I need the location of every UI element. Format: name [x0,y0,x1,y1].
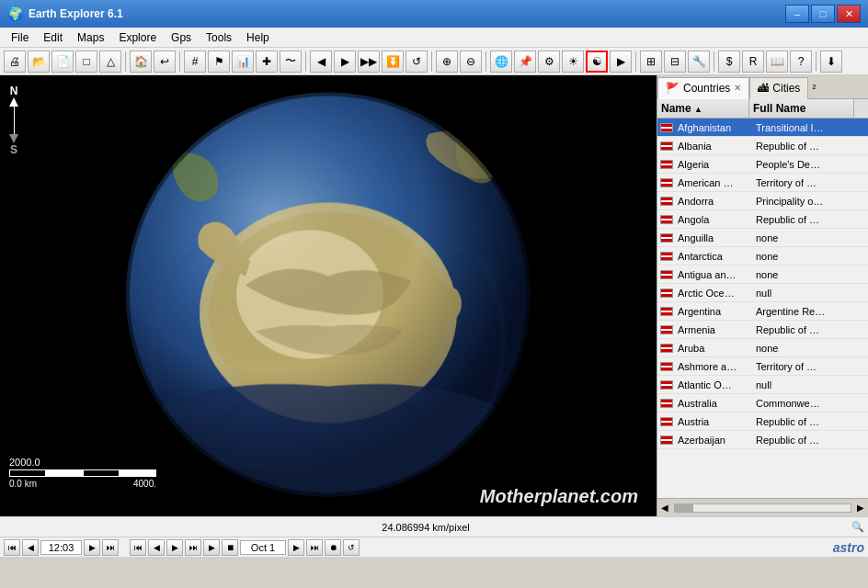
window-controls: – □ ✕ [785,5,861,23]
page-button[interactable]: 📄 [51,51,74,73]
print-button[interactable]: 🖨 [4,51,26,73]
country-name: Aruba [676,341,754,356]
cities-tab-icon: 🏙 [758,82,769,95]
chart-button[interactable]: 📊 [232,51,254,73]
play-button-2[interactable]: ⏮ [130,539,146,556]
menu-explore[interactable]: Explore [111,29,164,46]
record-button[interactable]: ⏺ [325,539,341,556]
help-button[interactable]: ? [790,51,812,73]
sun-button[interactable]: ☀ [562,51,584,73]
nav-play-button[interactable]: ▶ [334,51,356,73]
panel-tabs: 🚩 Countries ✕ 🏙 Cities ² [657,75,868,99]
search-button[interactable]: 🔍 [851,521,864,533]
next-next-button[interactable]: ⏭ [102,539,119,556]
loop-button[interactable]: ↺ [343,539,360,556]
col-fullname-header[interactable]: Full Name [749,99,853,118]
grid-button[interactable]: # [184,51,206,73]
dollar-button[interactable]: $ [718,51,740,73]
menu-tools[interactable]: Tools [199,29,239,46]
table-row[interactable]: Argentina Argentine Re… [657,302,868,321]
country-fullname: People's De… [754,157,868,172]
menu-edit[interactable]: Edit [36,29,70,46]
date-display[interactable]: Oct 1 [240,540,286,555]
play-small-button[interactable]: ▶ [610,51,632,73]
grid2-button[interactable]: ⊞ [640,51,662,73]
r-button[interactable]: R [742,51,764,73]
nav-loop-button[interactable]: ↺ [405,51,428,73]
scroll-track[interactable] [674,503,851,513]
menu-gps[interactable]: Gps [164,29,199,46]
nav-fwd-button[interactable]: ▶▶ [358,51,380,73]
stop-button[interactable]: ⏹ [222,539,238,556]
add-button[interactable]: ✚ [256,51,278,73]
nav-prev-button[interactable]: ◀ [310,51,332,73]
tab-cities[interactable]: 🏙 Cities [749,77,808,99]
table-row[interactable]: American … Territory of … [657,174,868,192]
table-row[interactable]: Anguilla none [657,229,868,247]
countries-tab-close[interactable]: ✕ [734,83,741,93]
table-row[interactable]: Arctic Oce… null [657,284,868,302]
flag-button[interactable]: ⚑ [208,51,230,73]
triangle-button[interactable]: △ [99,51,121,73]
zoom-out-button[interactable]: ⊖ [460,51,482,73]
main-area: N S [0,75,868,516]
menu-maps[interactable]: Maps [70,29,111,46]
tab-countries[interactable]: 🚩 Countries ✕ [657,77,749,99]
menu-help[interactable]: Help [239,29,277,46]
table-row[interactable]: Albania Republic of … [657,137,868,155]
table-row[interactable]: Atlantic O… null [657,376,868,394]
table-row[interactable]: Angola Republic of … [657,210,868,229]
prev-step-button[interactable]: ◀ [148,539,165,556]
next-end-button[interactable]: ⏭ [185,539,201,556]
globe-button[interactable]: 🌐 [490,51,512,73]
table-row[interactable]: Armenia Republic of … [657,321,868,339]
scroll-left-button[interactable]: ◀ [657,503,672,513]
table-row[interactable]: Austria Republic of … [657,413,868,431]
back-button[interactable]: ↩ [154,51,176,73]
maximize-button[interactable]: □ [811,5,835,23]
date-end-button[interactable]: ⏭ [306,539,323,556]
table-row[interactable]: Antarctica none [657,247,868,266]
playback-bar: ⏮ ◀ 12:03 ▶ ⏭ ⏮ ◀ ▶ ⏭ ▶ ⏹ Oct 1 ▶ ⏭ ⏺ ↺ … [0,537,868,557]
table-row[interactable]: Australia Commonwe… [657,394,868,413]
countries-table[interactable]: Name ▲ Full Name Afghanistan Transitiona… [657,99,868,498]
next-step-button[interactable]: ▶ [166,539,183,556]
next-button[interactable]: ▶ [84,539,100,556]
table-row[interactable]: Ashmore a… Territory of … [657,357,868,376]
zoom-in-button[interactable]: ⊕ [436,51,458,73]
menu-file[interactable]: File [4,29,36,46]
book-button[interactable]: 📖 [766,51,788,73]
close-button[interactable]: ✕ [837,5,861,23]
tab-more[interactable]: ² [808,81,819,96]
prev-prev-button[interactable]: ⏮ [4,539,20,556]
table-row[interactable]: Algeria People's De… [657,155,868,174]
col-name-header[interactable]: Name ▲ [657,99,749,118]
square-button[interactable]: □ [75,51,97,73]
download-button[interactable]: ⬇ [820,51,842,73]
country-fullname: Principality o… [754,194,868,209]
calendar-button[interactable]: ▶ [288,539,304,556]
table-row[interactable]: Azerbaijan Republic of … [657,431,868,449]
globe-area[interactable]: N S [0,75,657,516]
wrench-button[interactable]: 🔧 [688,51,710,73]
open-button[interactable]: 📂 [28,51,50,73]
play-pause-button[interactable]: ▶ [203,539,220,556]
prev-button[interactable]: ◀ [22,539,39,556]
gear-button[interactable]: ⚙ [538,51,560,73]
flag-icon [660,233,673,243]
grid3-button[interactable]: ⊟ [664,51,686,73]
table-row[interactable]: Aruba none [657,339,868,357]
scroll-right-button[interactable]: ▶ [853,503,868,513]
sort-icon: ▲ [694,105,702,114]
table-row[interactable]: Andorra Principality o… [657,192,868,210]
yin-yang-button[interactable]: ☯ [586,51,608,73]
table-row[interactable]: Antigua an… none [657,266,868,284]
home-button[interactable]: 🏠 [130,51,152,73]
wave-button[interactable]: 〜 [280,51,302,73]
table-row[interactable]: Afghanistan Transitional I… [657,119,868,137]
minimize-button[interactable]: – [785,5,809,23]
nav-end-button[interactable]: ⏬ [382,51,404,73]
country-name: Atlantic O… [676,378,754,392]
pin-button[interactable]: 📌 [514,51,536,73]
country-name: Antarctica [676,249,754,264]
